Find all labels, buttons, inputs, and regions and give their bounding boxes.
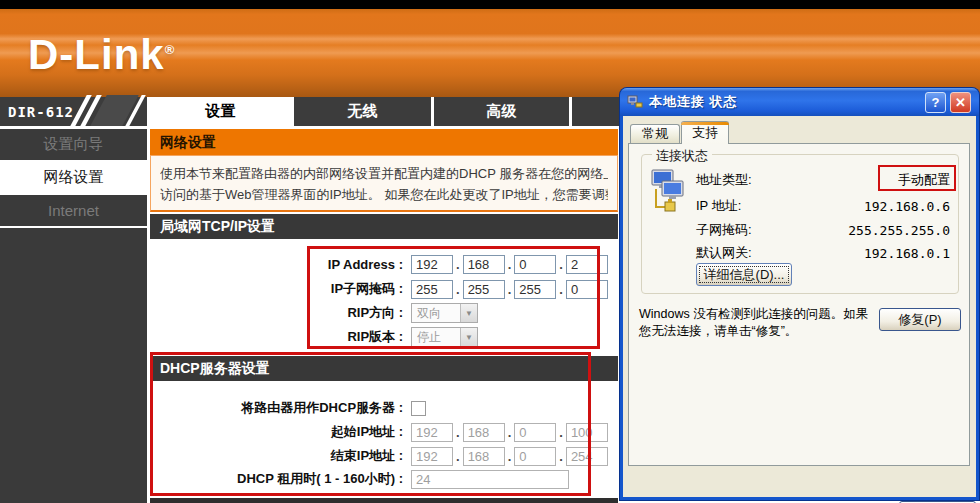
tab-setup[interactable]: 设置 [150, 97, 291, 126]
octet-separator: . [559, 257, 563, 272]
address-type-value: 手动配置 [898, 171, 950, 189]
octet-separator: . [559, 282, 563, 297]
ip-address-value: 192.168.0.6 [864, 199, 950, 214]
dhcp-start-row: 起始IP地址 : . . . [150, 421, 618, 443]
subnet-mask-value: 255.255.255.0 [848, 223, 950, 238]
dhcp-end-label: 结束IP地址 : [150, 447, 403, 465]
dhcp-start-octet-input[interactable] [566, 423, 608, 442]
tab-advanced[interactable]: 高级 [434, 97, 569, 126]
rip-direction-row: RIP方向 : 双向 ▼ [150, 302, 618, 324]
tab-support[interactable]: 支持 [681, 121, 729, 144]
dialog-body: 常规 支持 连接状态 [623, 116, 976, 497]
octet-separator: . [456, 257, 460, 272]
ip-address-label: IP 地址: [696, 197, 741, 215]
octet-separator: . [508, 282, 512, 297]
ip-octet-input[interactable] [566, 255, 608, 274]
local-connection-status-dialog: 本地连接 状态 ? ✕ 常规 支持 连接状态 [620, 88, 979, 500]
dhcp-start-octet-input[interactable] [514, 423, 556, 442]
ip-octet-input[interactable] [514, 255, 556, 274]
two-computers-icon [650, 169, 688, 215]
dhcp-enable-row: 将路由器用作DHCP服务器 : [150, 397, 618, 419]
notice-line: 您无法连接，请单击“修复”。 [639, 323, 885, 340]
screen: D-Link® DIR-612 设置 无线 高级 设置向导 网络设置 Inter… [0, 0, 980, 503]
repair-notice: Windows 没有检测到此连接的问题。如果 您无法连接，请单击“修复”。 [639, 306, 885, 340]
sidebar-item-wizard[interactable]: 设置向导 [0, 129, 147, 162]
rip-version-select[interactable]: 停止 ▼ [411, 327, 478, 347]
notice-line: Windows 没有检测到此连接的问题。如果 [639, 306, 885, 323]
dhcp-end-row: 结束IP地址 : . . . [150, 445, 618, 467]
main-content: 网络设置 使用本节来配置路由器的内部网络设置并配置内建的DHCP 服务器在您的网… [150, 129, 618, 503]
section-title: 网络设置 [150, 129, 618, 155]
subnet-mask-row: 子网掩码: 255.255.255.0 [696, 221, 950, 239]
dhcp-start-label: 起始IP地址 : [150, 423, 403, 441]
details-button[interactable]: 详细信息(D)... [696, 263, 792, 286]
help-button[interactable]: ? [925, 92, 946, 113]
dhcp-section-header: DHCP服务器设置 [150, 356, 618, 381]
subnet-mask-label: 子网掩码: [696, 221, 752, 239]
mask-octet-input[interactable] [411, 280, 453, 299]
octet-separator: . [559, 449, 563, 464]
sidebar-item-network-settings[interactable]: 网络设置 [0, 162, 147, 195]
registered-mark: ® [165, 42, 176, 57]
repair-button[interactable]: 修复(P) [879, 308, 961, 331]
rip-version-row: RIP版本 : 停止 ▼ [150, 326, 618, 348]
tab-general[interactable]: 常规 [630, 124, 680, 143]
rip-version-value: 停止 [412, 329, 460, 346]
mask-octet-input[interactable] [566, 280, 608, 299]
octet-separator: . [456, 425, 460, 440]
octet-separator: . [456, 449, 460, 464]
ip-octet-input[interactable] [463, 255, 505, 274]
dhcp-lease-row: DHCP 租用时( 1 - 160小时) : [150, 468, 618, 490]
lan-section-header: 局域网TCP/IP设置 [150, 214, 618, 239]
dhcp-start-octet-input[interactable] [411, 423, 453, 442]
dhcp-end-octet-input[interactable] [463, 447, 505, 466]
ip-address-row: IP Address : . . . [150, 253, 618, 275]
sidebar-item-internet[interactable]: Internet [0, 195, 147, 228]
chevron-down-icon: ▼ [460, 328, 477, 346]
dhcp-start-octet-input[interactable] [463, 423, 505, 442]
mask-octet-input[interactable] [514, 280, 556, 299]
rip-direction-value: 双向 [412, 305, 460, 322]
close-icon[interactable]: ✕ [950, 92, 971, 113]
tab-wireless[interactable]: 无线 [294, 97, 431, 126]
dhcp-end-octet-input[interactable] [566, 447, 608, 466]
address-type-row: 地址类型: 手动配置 [696, 171, 950, 189]
dhcp-enable-label: 将路由器用作DHCP服务器 : [150, 399, 403, 417]
mask-octet-input[interactable] [463, 280, 505, 299]
rip-direction-select[interactable]: 双向 ▼ [411, 303, 478, 323]
model-label: DIR-612 [8, 104, 74, 120]
connection-status-group: 连接状态 地址类型: 手动配置 [641, 154, 959, 294]
network-connection-icon [627, 94, 643, 110]
chevron-down-icon: ▼ [460, 304, 477, 322]
dialog-title: 本地连接 状态 [649, 93, 738, 111]
octet-separator: . [508, 257, 512, 272]
description-box: 使用本节来配置路由器的内部网络设置并配置内建的DHCP 服务器在您的网络上分配I… [150, 155, 618, 212]
dhcp-lease-label: DHCP 租用时( 1 - 160小时) : [150, 470, 403, 488]
group-title: 连接状态 [652, 147, 712, 165]
brand-banner: D-Link® [0, 9, 980, 97]
octet-separator: . [508, 425, 512, 440]
dialog-titlebar[interactable]: 本地连接 状态 ? ✕ [620, 88, 979, 116]
dlink-logo: D-Link® [28, 31, 175, 79]
address-type-label: 地址类型: [696, 171, 752, 189]
ip-octet-input[interactable] [411, 255, 453, 274]
rip-version-label: RIP版本 : [150, 328, 403, 346]
top-black-bar [0, 0, 980, 9]
dhcp-lease-input[interactable] [411, 470, 569, 489]
sidebar: 设置向导 网络设置 Internet [0, 129, 147, 503]
octet-separator: . [456, 282, 460, 297]
dhcp-end-octet-input[interactable] [514, 447, 556, 466]
support-tab-page: 连接状态 地址类型: 手动配置 [628, 143, 970, 466]
logo-text: D-Link [28, 31, 165, 78]
rip-direction-label: RIP方向 : [150, 304, 403, 322]
default-gateway-value: 192.168.0.1 [864, 246, 950, 261]
description-line: 访问的基于Web管理器界面的IP地址。 如果您在此处更改了IP地址，您需要调整您… [160, 184, 608, 205]
octet-separator: . [508, 449, 512, 464]
model-cell: DIR-612 [0, 97, 147, 126]
default-gateway-row: 默认网关: 192.168.0.1 [696, 244, 950, 262]
dhcp-enable-checkbox[interactable] [411, 401, 426, 416]
subnet-mask-row: IP子网掩码 : . . . [150, 278, 618, 300]
dhcp-end-octet-input[interactable] [411, 447, 453, 466]
octet-separator: . [559, 425, 563, 440]
description-line: 使用本节来配置路由器的内部网络设置并配置内建的DHCP 服务器在您的网络上分配I… [160, 163, 608, 184]
